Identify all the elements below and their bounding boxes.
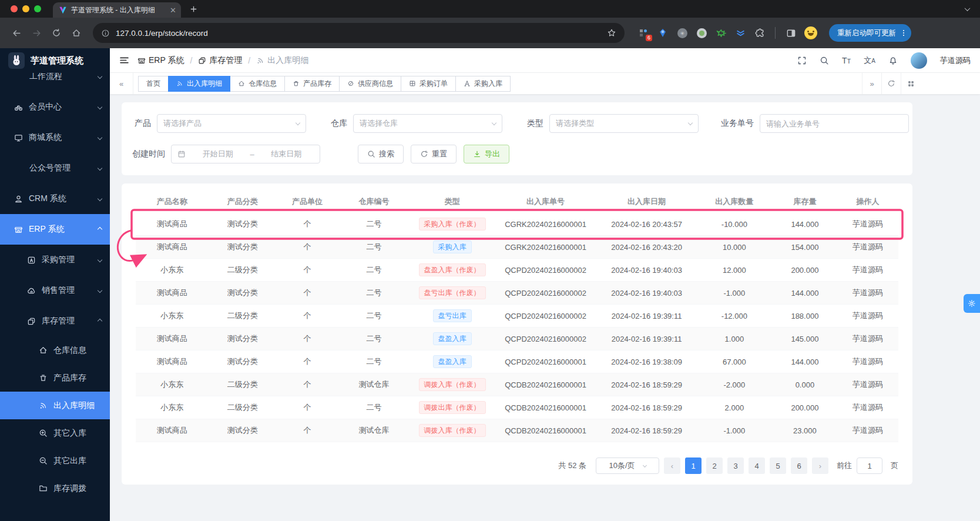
extension-green-star-icon[interactable] <box>715 27 727 39</box>
sidebar-item-sales-mgmt[interactable]: 销售管理 <box>0 275 110 306</box>
page-button-6[interactable]: 6 <box>791 457 807 474</box>
reload-button[interactable] <box>48 25 65 41</box>
pagination: 共 52 条 10条/页 ‹ 123456 › 前往 页 <box>136 457 898 474</box>
prev-page-button[interactable]: ‹ <box>664 457 680 474</box>
chevron-down-icon <box>98 105 102 109</box>
refresh-page-icon[interactable] <box>881 73 901 94</box>
table-row[interactable]: 测试商品测试分类个二号盘盈入库QCPD202402160000012024-02… <box>136 350 898 373</box>
warehouse-select[interactable]: 请选择仓库 <box>353 114 502 133</box>
table-row[interactable]: 测试商品测试分类个二号盘亏出库（作废）QCPD20240216000002202… <box>136 282 898 305</box>
page-tab-purchase-order[interactable]: 采购订单 <box>401 76 456 92</box>
extension-gray-circle-icon[interactable]: ✳ <box>676 27 688 39</box>
sidebar-item-product-stock[interactable]: 产品库存 <box>0 364 110 392</box>
chevron-up-icon <box>98 319 102 323</box>
address-bar[interactable]: 127.0.0.1/erp/stock/record <box>93 23 625 43</box>
tab-search-chevron[interactable] <box>961 4 973 14</box>
home-button[interactable] <box>68 25 85 41</box>
extensions-puzzle-icon[interactable] <box>754 27 766 39</box>
table-row[interactable]: 测试商品测试分类个二号盘盈入库QCPD202402160000022024-02… <box>136 328 898 350</box>
sidebar-item-erp-system[interactable]: ERP 系统 <box>0 214 110 245</box>
page-tab-supplier-info[interactable]: 供应商信息 <box>339 76 401 92</box>
close-window-button[interactable] <box>11 5 18 12</box>
chrome-menu-dots-icon[interactable] <box>900 29 908 37</box>
extension-blue-drop-icon[interactable] <box>657 27 669 39</box>
page-button-2[interactable]: 2 <box>706 457 723 474</box>
layout-grid-icon[interactable] <box>901 73 920 94</box>
breadcrumb-erp-system[interactable]: ERP 系统 <box>137 55 184 66</box>
sidebar-item-mall-system[interactable]: 商城系统 <box>0 122 110 153</box>
reset-button[interactable]: 重置 <box>411 145 457 163</box>
page-button-3[interactable]: 3 <box>727 457 744 474</box>
sidebar-item-other-in[interactable]: 其它入库 <box>0 419 110 447</box>
sidebar-item-warehouse-info[interactable]: 仓库信息 <box>0 336 110 364</box>
bookmark-star-icon[interactable] <box>607 28 616 38</box>
sidebar-item-other-out[interactable]: 其它出库 <box>0 447 110 475</box>
fullscreen-icon[interactable] <box>797 56 807 65</box>
tabs-scroll-left[interactable]: « <box>110 73 133 94</box>
sidebar-item-official-account[interactable]: 公众号管理 <box>0 153 110 183</box>
chrome-update-button[interactable]: 重新启动即可更新 <box>829 24 911 42</box>
settings-drawer-button[interactable] <box>964 294 980 313</box>
extension-blue-chevrons-icon[interactable] <box>734 27 746 39</box>
sidebar-item-member-center[interactable]: 会员中心 <box>0 92 110 122</box>
cell-unit: 个 <box>277 425 338 436</box>
table-row[interactable]: 测试商品测试分类个二号采购入库（作废）CGRK20240216000001202… <box>136 213 898 236</box>
date-range-picker[interactable]: 开始日期 – 结束日期 <box>171 145 320 163</box>
minimize-window-button[interactable] <box>22 5 29 12</box>
table-row[interactable]: 小东东二级分类个测试仓库调拨入库（作废）QCDB2024021600000120… <box>136 373 898 396</box>
search-icon[interactable] <box>820 56 829 65</box>
product-select[interactable]: 请选择产品 <box>157 114 306 133</box>
sidebar-item-purchase-mgmt[interactable]: 采购管理 <box>0 245 110 275</box>
type-select[interactable]: 请选择类型 <box>549 114 699 133</box>
app-logo[interactable]: 芋道管理系统 <box>0 48 110 73</box>
tab-close-icon[interactable]: ✕ <box>170 6 176 15</box>
page-tab-purchase-in[interactable]: 采购入库 <box>455 76 511 92</box>
username[interactable]: 芋道源码 <box>940 55 971 66</box>
goto-page-input[interactable] <box>857 457 882 474</box>
user-avatar[interactable] <box>911 52 927 69</box>
browser-tab[interactable]: 芋道管理系统 - 出入库明细 ✕ <box>53 2 181 18</box>
profile-avatar[interactable] <box>804 26 817 39</box>
page-button-4[interactable]: 4 <box>749 457 765 474</box>
table-row[interactable]: 测试商品测试分类个测试仓库调拨入库（作废）QCDB202402160000012… <box>136 419 898 442</box>
translate-icon[interactable]: 文A <box>864 55 875 66</box>
forward-button[interactable] <box>28 25 45 41</box>
page-tab-stock-record[interactable]: 出入库明细 <box>168 76 230 92</box>
maximize-window-button[interactable] <box>34 5 41 12</box>
back-button[interactable] <box>8 25 25 41</box>
side-panel-icon[interactable] <box>785 27 797 39</box>
collapse-sidebar-icon[interactable] <box>119 55 129 65</box>
table-row[interactable]: 测试商品测试分类个二号采购入库CGRK202402160000012024-02… <box>136 236 898 259</box>
tabs-scroll-right[interactable]: » <box>862 73 881 94</box>
page-size-select[interactable]: 10条/页 <box>596 457 659 474</box>
new-tab-button[interactable] <box>189 5 198 14</box>
search-button[interactable]: 搜索 <box>358 145 404 163</box>
cell-category: 二级分类 <box>208 402 277 413</box>
notifications-bell-icon[interactable] <box>888 56 898 65</box>
sidebar-item-stock-transfer[interactable]: 库存调拨 <box>0 475 110 502</box>
table-row[interactable]: 小东东二级分类个二号盘亏出库QCPD202402160000022024-02-… <box>136 305 898 328</box>
export-button[interactable]: 导出 <box>464 145 509 163</box>
page-tab-warehouse-info[interactable]: 仓库信息 <box>230 76 285 92</box>
breadcrumb-stock-mgmt[interactable]: 库存管理 <box>198 55 242 66</box>
extension-badge-icon[interactable]: 6 <box>637 27 649 39</box>
type-badge: 盘亏出库（作废） <box>419 286 486 299</box>
table-row[interactable]: 小东东二级分类个二号盘盈入库（作废）QCPD202402160000022024… <box>136 259 898 282</box>
cell-stock: 200.000 <box>773 403 837 412</box>
sidebar-item-stock-record[interactable]: 出入库明细 <box>0 392 110 419</box>
page-tab-product-stock[interactable]: 产品库存 <box>284 76 340 92</box>
chevron-down-icon <box>98 288 102 293</box>
next-page-button[interactable]: › <box>812 457 828 474</box>
cell-unit: 个 <box>277 288 338 298</box>
sidebar-item-stock-mgmt[interactable]: 库存管理 <box>0 306 110 336</box>
page-button-5[interactable]: 5 <box>770 457 786 474</box>
site-info-icon[interactable] <box>101 29 110 38</box>
table-row[interactable]: 小东东二级分类个二号调拨出库（作废）QCDB202402160000012024… <box>136 396 898 419</box>
chevron-down-icon <box>98 135 102 140</box>
bizno-input[interactable] <box>766 119 902 128</box>
extension-green-dot-icon[interactable] <box>696 27 707 39</box>
page-tab-home[interactable]: 首页 <box>138 76 169 92</box>
page-button-1[interactable]: 1 <box>685 457 702 474</box>
font-size-icon[interactable]: TT <box>842 56 851 65</box>
sidebar-item-crm-system[interactable]: CRM 系统 <box>0 183 110 214</box>
